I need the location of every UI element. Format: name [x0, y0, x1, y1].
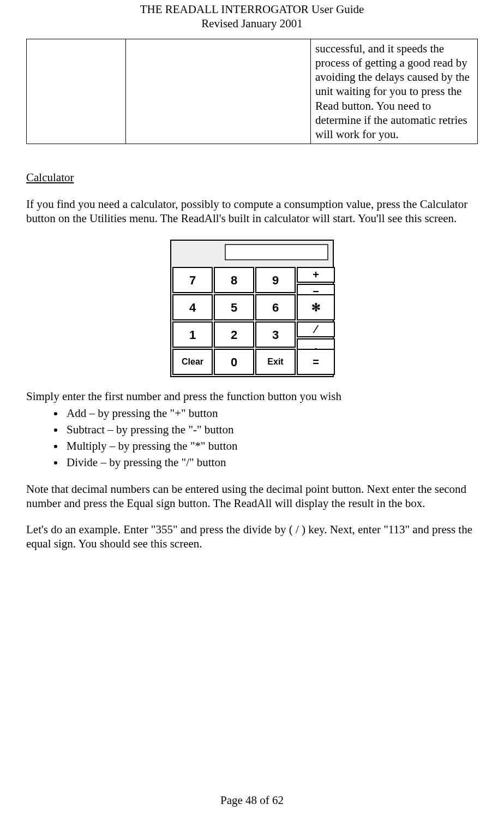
table-row: successful, and it speeds the process of…	[27, 39, 478, 144]
list-item: Add – by pressing the "+" button	[64, 406, 478, 420]
calc-key-5[interactable]: 5	[214, 294, 254, 320]
calc-key-0[interactable]: 0	[214, 349, 254, 375]
calc-key-1[interactable]: 1	[172, 321, 213, 348]
calc-key-multiply[interactable]: ✻	[297, 294, 335, 320]
list-item: Divide – by pressing the "/" button	[64, 455, 478, 469]
calc-key-plus[interactable]: +	[297, 267, 335, 283]
calc-key-equals[interactable]: =	[297, 349, 335, 375]
instructions-list: Add – by pressing the "+" button Subtrac…	[26, 406, 478, 470]
calc-key-9[interactable]: 9	[255, 267, 296, 293]
doc-revised: Revised January 2001	[26, 16, 478, 31]
calculator-display[interactable]	[225, 244, 328, 260]
calc-key-clear[interactable]: Clear	[172, 349, 213, 375]
instructions-lead: Simply enter the first number and press …	[26, 389, 478, 403]
calc-key-4[interactable]: 4	[172, 294, 213, 320]
example-paragraph: Let's do an example. Enter "355" and pre…	[26, 522, 478, 551]
note-paragraph: Note that decimal numbers can be entered…	[26, 482, 478, 511]
calc-key-divide[interactable]: ∕	[297, 321, 335, 337]
table-cell: successful, and it speeds the process of…	[311, 39, 478, 144]
calculator-panel: 7 8 9 + − 4 5 6 ✻ 1 2 3 ∕ .	[170, 240, 334, 377]
section-heading-calculator: Calculator	[26, 170, 478, 184]
calc-key-3[interactable]: 3	[255, 321, 296, 348]
calc-key-2[interactable]: 2	[214, 321, 254, 348]
calculator-figure: 7 8 9 + − 4 5 6 ✻ 1 2 3 ∕ .	[170, 240, 334, 377]
table-fragment: successful, and it speeds the process of…	[26, 39, 478, 145]
page-footer: Page 48 of 62	[0, 793, 504, 807]
calculator-display-row	[171, 241, 333, 266]
list-item: Subtract – by pressing the "-" button	[64, 422, 478, 437]
calc-key-exit[interactable]: Exit	[255, 349, 296, 375]
doc-title: THE READALL INTERROGATOR User Guide	[26, 2, 478, 16]
calc-key-7[interactable]: 7	[172, 267, 213, 293]
list-item: Multiply – by pressing the "*" button	[64, 439, 478, 453]
page-header: THE READALL INTERROGATOR User Guide Revi…	[26, 0, 478, 31]
calc-key-8[interactable]: 8	[214, 267, 254, 293]
table-cell	[125, 39, 310, 144]
table-cell	[27, 39, 126, 144]
calc-key-6[interactable]: 6	[255, 294, 296, 320]
intro-paragraph: If you find you need a calculator, possi…	[26, 197, 478, 226]
